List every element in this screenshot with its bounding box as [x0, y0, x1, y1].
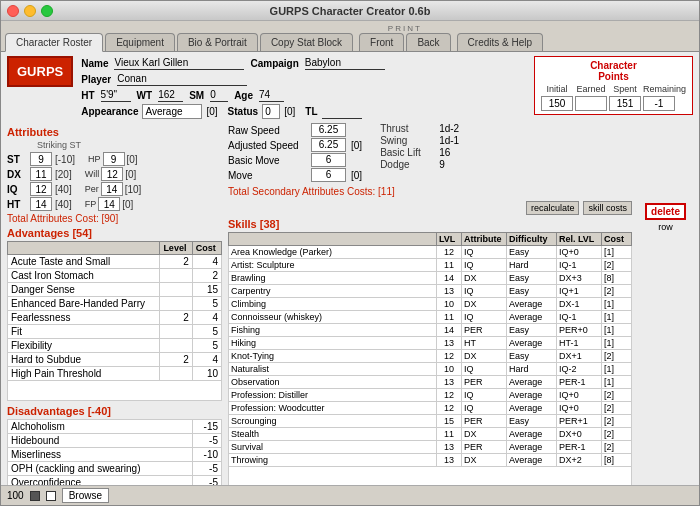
points-spent[interactable]	[609, 96, 641, 111]
adv-name: Fit	[8, 325, 160, 339]
adv-level: 2	[160, 353, 192, 367]
player-field[interactable]	[117, 72, 247, 86]
skill-rel: DX+3	[557, 272, 602, 285]
skill-attr: PER	[462, 376, 507, 389]
tab-print-front[interactable]: Front	[359, 33, 404, 51]
tab-bio-portrait[interactable]: Bio & Portrait	[177, 33, 258, 51]
secondary-attrs-area: Raw Speed 6.25 Adjusted Speed 6.25 [0] B…	[228, 123, 632, 182]
adv-row[interactable]: High Pain Threshold10	[8, 367, 222, 381]
skill-row[interactable]: Hiking13HTAverageHT-1[1]	[229, 337, 632, 350]
skill-row[interactable]: Area Knowledge (Parker)12IQEasyIQ+0[1]	[229, 246, 632, 259]
adv-level	[160, 297, 192, 311]
skill-attr: IQ	[462, 246, 507, 259]
minimize-button[interactable]	[24, 5, 36, 17]
maximize-button[interactable]	[41, 5, 53, 17]
skill-attr: IQ	[462, 363, 507, 376]
adv-row[interactable]: Cast Iron Stomach2	[8, 269, 222, 283]
skill-cost: [1]	[602, 337, 632, 350]
window-title: GURPS Character Creator 0.6b	[270, 5, 431, 17]
sub-bracket-will: [0]	[125, 169, 136, 180]
skill-diff: Average	[507, 441, 557, 454]
wt-field[interactable]	[158, 88, 183, 102]
appearance-label: Appearance	[81, 106, 138, 117]
skill-row[interactable]: Brawling14DXEasyDX+3[8]	[229, 272, 632, 285]
content-area: GURPS Name Campaign Player HT WT	[1, 52, 699, 485]
skills-col-diff: Difficulty	[507, 233, 557, 246]
zoom-indicator-empty	[46, 491, 56, 501]
status-label: Status	[228, 106, 259, 117]
adv-row[interactable]: Fearlessness24	[8, 311, 222, 325]
tab-equipment[interactable]: Equipment	[105, 33, 175, 51]
skill-row[interactable]: Carpentry13IQEasyIQ+1[2]	[229, 285, 632, 298]
age-field[interactable]	[259, 88, 284, 102]
skill-row[interactable]: Observation13PERAveragePER-1[1]	[229, 376, 632, 389]
skill-name: Connoisseur (whiskey)	[229, 311, 437, 324]
campaign-field[interactable]	[305, 56, 385, 70]
skill-diff: Easy	[507, 324, 557, 337]
skill-attr: DX	[462, 298, 507, 311]
adv-row[interactable]: Flexibility5	[8, 339, 222, 353]
tab-print-back[interactable]: Back	[406, 33, 450, 51]
skill-name: Climbing	[229, 298, 437, 311]
delete-button[interactable]: delete	[645, 203, 686, 220]
tl-field[interactable]	[322, 105, 362, 119]
adv-cost: 5	[192, 339, 221, 353]
name-field[interactable]	[114, 56, 244, 70]
adv-row[interactable]: Acute Taste and Small24	[8, 255, 222, 269]
skill-row[interactable]: Connoisseur (whiskey)11IQAverageIQ-1[1]	[229, 311, 632, 324]
disadv-row[interactable]: Hidebound-5	[8, 434, 222, 448]
skill-row[interactable]: Stealth11DXAverageDX+0[2]	[229, 428, 632, 441]
appearance-field[interactable]	[142, 104, 202, 119]
zoom-indicator-filled	[30, 491, 40, 501]
tab-character-roster[interactable]: Character Roster	[5, 33, 103, 52]
skill-rel: PER+0	[557, 324, 602, 337]
skill-rel: IQ+0	[557, 246, 602, 259]
points-remaining[interactable]	[643, 96, 675, 111]
attr-row-st: ST 9 [-10] HP 9 [0]	[7, 152, 222, 166]
skill-row[interactable]: Survival13PERAveragePER-1[2]	[229, 441, 632, 454]
skill-row[interactable]: Naturalist10IQHardIQ-2[1]	[229, 363, 632, 376]
disadv-row[interactable]: OPH (cackling and swearing)-5	[8, 462, 222, 476]
close-button[interactable]	[7, 5, 19, 17]
disadv-row[interactable]: Overconfidence-5	[8, 476, 222, 486]
attr-bracket-iq: [40]	[55, 184, 72, 195]
tab-copy-stat-block[interactable]: Copy Stat Block	[260, 33, 353, 51]
disadv-row[interactable]: Alchoholism-15	[8, 420, 222, 434]
adv-row[interactable]: Enhanced Bare-Handed Parry5	[8, 297, 222, 311]
skill-diff: Average	[507, 454, 557, 467]
points-initial[interactable]	[541, 96, 573, 111]
disadv-cost: -5	[192, 434, 221, 448]
skill-row[interactable]: Knot-Tying12DXEasyDX+1[2]	[229, 350, 632, 363]
adv-row[interactable]: Danger Sense15	[8, 283, 222, 297]
skill-attr: DX	[462, 454, 507, 467]
skill-row[interactable]: Scrounging15PEREasyPER+1[2]	[229, 415, 632, 428]
skill-row[interactable]: Climbing10DXAverageDX-1[1]	[229, 298, 632, 311]
skill-lvl: 13	[437, 454, 462, 467]
skill-costs-button[interactable]: skill costs	[583, 201, 632, 215]
print-group: PRINT Front Back	[359, 24, 451, 51]
adv-col-cost: Cost	[192, 242, 221, 255]
skill-row[interactable]: Profession: Distiller12IQAverageIQ+0[2]	[229, 389, 632, 402]
browse-button[interactable]: Browse	[62, 488, 109, 503]
adv-row[interactable]: Fit5	[8, 325, 222, 339]
adv-level: 2	[160, 255, 192, 269]
status-field[interactable]	[262, 104, 280, 119]
disadv-row[interactable]: Miserliness-10	[8, 448, 222, 462]
tab-credits-help[interactable]: Credits & Help	[457, 33, 543, 51]
disadv-name: Alchoholism	[8, 420, 193, 434]
skill-row[interactable]: Throwing13DXAverageDX+2[8]	[229, 454, 632, 467]
skill-row[interactable]: Artist: Sculpture11IQHardIQ-1[2]	[229, 259, 632, 272]
skills-table: LVL Attribute Difficulty Rel. LVL Cost A…	[228, 232, 632, 467]
recalculate-button[interactable]: recalculate	[526, 201, 580, 215]
adv-row[interactable]: Hard to Subdue24	[8, 353, 222, 367]
skill-row[interactable]: Profession: Woodcutter12IQAverageIQ+0[2]	[229, 402, 632, 415]
sm-field[interactable]	[210, 88, 228, 102]
points-earned[interactable]	[575, 96, 607, 111]
ht-field[interactable]	[101, 88, 131, 102]
skill-row[interactable]: Fishing14PEREasyPER+0[1]	[229, 324, 632, 337]
tab-bar: Character Roster Equipment Bio & Portrai…	[1, 21, 699, 52]
skill-lvl: 13	[437, 441, 462, 454]
sub-label-fp: FP	[85, 199, 97, 209]
skill-diff: Easy	[507, 285, 557, 298]
attr-row-dx: DX 11 [20] Will 12 [0]	[7, 167, 222, 181]
